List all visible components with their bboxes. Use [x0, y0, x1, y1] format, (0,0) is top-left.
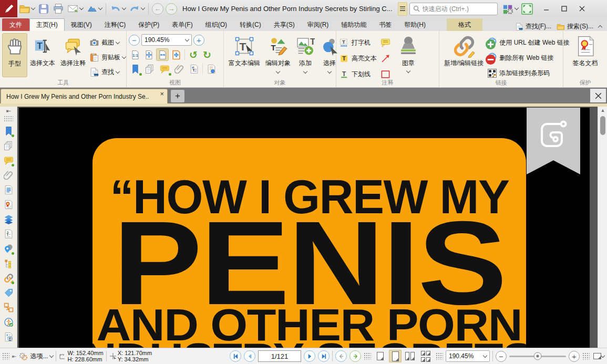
add-object-button[interactable]: 添加: [293, 33, 317, 77]
fit-page-button[interactable]: [142, 48, 155, 61]
tab-comment[interactable]: 注释(C): [98, 18, 132, 31]
sidebar-thumbnails-button[interactable]: [2, 138, 15, 153]
scan-button[interactable]: [85, 2, 104, 16]
statusbar-drag-handle[interactable]: [582, 352, 590, 360]
add-links-barcode-button[interactable]: 添加链接到条形码: [486, 67, 570, 79]
print-button[interactable]: [51, 2, 66, 16]
add-edit-link-button[interactable]: 新增/编辑链接: [441, 33, 486, 77]
rich-text-edit-button[interactable]: 富文本编辑: [226, 33, 263, 77]
continuous-layout-button[interactable]: [389, 350, 402, 362]
statusbar-collapse-icon[interactable]: ⇤: [12, 353, 16, 359]
sticky-note-button[interactable]: [379, 36, 392, 49]
zoom-slider-thumb[interactable]: [534, 352, 542, 360]
scrollbar-thumb[interactable]: [600, 116, 605, 135]
sidebar-accessibility-check-button[interactable]: [2, 315, 15, 329]
collapse-ribbon-button[interactable]: [598, 25, 602, 29]
tab-protect[interactable]: 保护(P): [132, 18, 166, 31]
tab-help[interactable]: 帮助(H): [398, 18, 432, 31]
vertical-scrollbar[interactable]: ▲: [598, 107, 607, 348]
document-view[interactable]: “HOW I GREW MY PENIS AND OTHER PORN INDU…: [17, 107, 598, 348]
tab-convert[interactable]: 转换(C): [233, 18, 268, 31]
view-forward-button[interactable]: [349, 350, 361, 362]
new-tab-button[interactable]: +: [171, 90, 184, 102]
maximize-button[interactable]: [555, 2, 573, 16]
clipboard-button[interactable]: 剪贴板: [88, 51, 127, 64]
email-button[interactable]: [66, 2, 85, 16]
sidebar-bookmarks-button[interactable]: [2, 123, 15, 138]
statusbar-zoom-combobox[interactable]: 190.45%: [446, 350, 490, 362]
find-button[interactable]: 查找(F)...: [515, 22, 551, 31]
last-page-button[interactable]: [318, 350, 330, 362]
snapshot-button[interactable]: 截图: [88, 36, 127, 49]
stamp-button[interactable]: 图章: [395, 33, 422, 77]
sidebar-signatures-button[interactable]: [2, 197, 15, 212]
single-page-layout-button[interactable]: [374, 350, 386, 362]
select-text-button[interactable]: 选择文本: [27, 33, 58, 77]
statusbar-drag-handle[interactable]: [436, 352, 443, 360]
sign-document-button[interactable]: 签名文档: [570, 33, 601, 77]
two-page-layout-button[interactable]: [404, 350, 417, 362]
edit-objects-button[interactable]: 编辑对象: [263, 33, 293, 77]
bookmarks-pane-button[interactable]: [129, 63, 141, 75]
minimize-button[interactable]: [538, 2, 555, 16]
sidebar-structure-button[interactable]: [2, 256, 15, 271]
sidebar-layers-button[interactable]: [2, 212, 15, 226]
statusbar-zoom-in-button[interactable]: +: [569, 351, 580, 362]
sidebar-collapse-button[interactable]: ⇤: [6, 108, 11, 116]
open-button[interactable]: [17, 2, 36, 16]
scroll-up-arrow[interactable]: ▲: [600, 108, 606, 113]
document-tab[interactable]: How I Grew My Penis and Other Porn Indus…: [1, 89, 168, 103]
sidebar-destinations-button[interactable]: [2, 241, 15, 256]
previous-page-button[interactable]: [244, 350, 255, 362]
arrow-annotation-button[interactable]: [379, 52, 392, 65]
app-icon[interactable]: [0, 0, 17, 17]
tab-share[interactable]: 共享(S): [268, 18, 301, 31]
history-forward-button[interactable]: →: [166, 3, 177, 15]
sidebar-fields-button[interactable]: [2, 182, 15, 197]
tab-form[interactable]: 表单(F): [166, 18, 199, 31]
sidebar-order-button[interactable]: [2, 300, 15, 315]
tab-home[interactable]: 主页(H): [29, 18, 65, 31]
first-page-button[interactable]: [230, 350, 241, 362]
zoom-out-button[interactable]: −: [129, 35, 140, 46]
fit-visible-button[interactable]: [170, 48, 182, 61]
zoom-in-button[interactable]: +: [193, 35, 204, 46]
tab-accessibility[interactable]: 辅助功能: [335, 18, 373, 31]
thumbnails-pane-button[interactable]: [143, 63, 156, 75]
sidebar-links-button[interactable]: [2, 271, 15, 285]
tab-close-icon[interactable]: ×: [160, 90, 164, 98]
sidebar-comments-button[interactable]: [2, 153, 15, 168]
tab-review[interactable]: 审阅(R): [301, 18, 335, 31]
zoom-level-combobox[interactable]: 190.45%: [141, 34, 192, 46]
rotate-left-button[interactable]: ↺: [187, 49, 200, 60]
sidebar-drag-handle[interactable]: [4, 116, 13, 122]
rotate-right-button[interactable]: ↻: [201, 49, 213, 60]
tab-format[interactable]: 格式: [447, 18, 482, 31]
close-button[interactable]: [573, 2, 591, 16]
history-back-button[interactable]: ←: [152, 3, 163, 15]
redo-button[interactable]: [127, 2, 146, 16]
attachments-pane-button[interactable]: [173, 63, 186, 75]
tab-bookmarks[interactable]: 书签: [373, 18, 398, 31]
sidebar-content-button[interactable]: [2, 226, 15, 241]
actual-size-button[interactable]: 1:1: [129, 48, 141, 61]
pane-settings-button[interactable]: [205, 63, 218, 75]
select-comments-button[interactable]: 选择注释: [58, 33, 88, 77]
comments-pane-button[interactable]: [158, 63, 171, 75]
zoom-slider[interactable]: [509, 356, 566, 357]
tab-file[interactable]: 文件: [2, 18, 29, 31]
tab-view[interactable]: 视图(V): [65, 18, 98, 31]
two-page-continuous-button[interactable]: [419, 350, 433, 362]
find-tool-button[interactable]: 查找: [88, 66, 127, 78]
statusbar-drag-handle[interactable]: [2, 352, 9, 360]
save-button[interactable]: [36, 2, 51, 16]
toolbar-overflow-button[interactable]: [398, 2, 407, 16]
next-page-button[interactable]: [304, 350, 315, 362]
create-web-links-button[interactable]: 使用 URL 创建 Web 链接: [486, 36, 570, 49]
tab-organize[interactable]: 组织(O): [199, 18, 233, 31]
search-button[interactable]: 搜索(S)...: [557, 22, 593, 31]
undo-button[interactable]: [108, 2, 127, 16]
highlight-text-button[interactable]: 高亮文本: [338, 52, 378, 65]
page-fit-mode-button[interactable]: [592, 350, 605, 362]
close-document-button[interactable]: [590, 89, 606, 102]
